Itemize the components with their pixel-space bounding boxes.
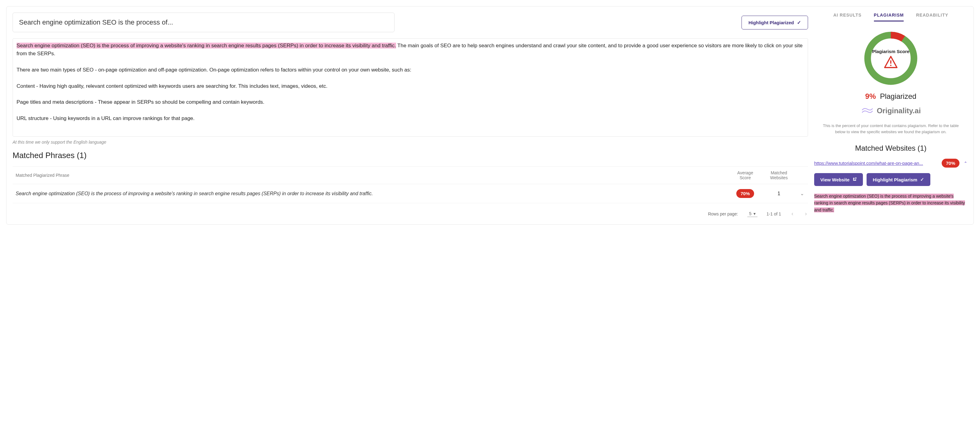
pager-range: 1-1 of 1 xyxy=(767,211,781,216)
brand-icon xyxy=(861,106,873,115)
site-actions: View Website Highlight Plagiarism ✓ xyxy=(814,173,967,186)
highlight-plagiarism-button[interactable]: Highlight Plagiarism ✓ xyxy=(867,173,930,186)
matched-excerpt-text: Search engine optimization (SEO) is the … xyxy=(814,193,965,213)
score-word: Plagiarized xyxy=(880,92,916,101)
helper-text: This is the percent of your content that… xyxy=(814,123,967,135)
tab-readability[interactable]: READABILITY xyxy=(916,13,948,21)
highlight-plagiarized-button[interactable]: Highlight Plagiarized ✓ xyxy=(741,16,808,29)
matched-website-row: https://www.tutorialspoint.com/what-are-… xyxy=(814,159,967,168)
left-panel: Highlight Plagiarized ✓ Search engine op… xyxy=(13,13,808,218)
check-icon: ✓ xyxy=(797,20,801,26)
expand-cell[interactable]: ⌄ xyxy=(796,184,808,203)
matched-websites-title: Matched Websites (1) xyxy=(814,144,967,153)
pager-prev-button[interactable]: ‹ xyxy=(790,209,795,218)
score-cell: 70% xyxy=(728,184,762,203)
col-matched-websites: Matched Websites xyxy=(762,167,796,184)
col-expand xyxy=(796,167,808,184)
content-p2: There are two main types of SEO - on-pag… xyxy=(17,66,804,74)
matched-excerpt: Search engine optimization (SEO) is the … xyxy=(814,193,967,213)
view-website-button[interactable]: View Website xyxy=(814,173,863,186)
brand: Originality.ai xyxy=(861,106,921,115)
score-percent: 9% xyxy=(865,92,876,101)
tabs: AI RESULTS PLAGIARISM READABILITY xyxy=(814,13,967,21)
chevron-up-icon[interactable]: ⌃ xyxy=(964,161,967,166)
highlight-plagiarized-label: Highlight Plagiarized xyxy=(749,20,794,25)
plagiarism-donut: Plagiarism Score xyxy=(863,31,918,86)
external-link-icon xyxy=(853,177,857,182)
brand-name: Originality.ai xyxy=(877,107,921,115)
warning-icon xyxy=(884,56,897,68)
rows-per-page-value: 5 xyxy=(749,211,752,216)
tab-ai-results[interactable]: AI RESULTS xyxy=(833,13,861,21)
score-badge: 70% xyxy=(736,189,754,198)
content-p4: Page titles and meta descriptions - Thes… xyxy=(17,98,804,106)
language-note: At this time we only support the English… xyxy=(13,140,808,145)
rows-per-page-select[interactable]: 5 ▾ xyxy=(747,211,757,217)
right-panel: AI RESULTS PLAGIARISM READABILITY Plagia… xyxy=(814,13,967,218)
matched-website-link[interactable]: https://www.tutorialspoint.com/what-are-… xyxy=(814,160,937,166)
matched-phrases-title: Matched Phrases (1) xyxy=(13,151,808,160)
caret-down-icon: ▾ xyxy=(754,211,756,216)
donut-label: Plagiarism Score xyxy=(872,49,910,54)
table-row[interactable]: Search engine optimization (SEO) is the … xyxy=(13,184,808,203)
content-p5: URL structure - Using keywords in a URL … xyxy=(17,115,804,123)
chevron-down-icon: ⌄ xyxy=(800,191,804,196)
sites-cell: 1 xyxy=(762,184,796,203)
topbar: Highlight Plagiarized ✓ xyxy=(13,13,808,32)
highlighted-sentence: Search engine optimization (SEO) is the … xyxy=(17,43,396,48)
score-line: 9% Plagiarized xyxy=(814,92,967,101)
content-box: Search engine optimization (SEO) is the … xyxy=(13,38,808,137)
phrase-cell: Search engine optimization (SEO) is the … xyxy=(13,184,728,203)
view-website-label: View Website xyxy=(820,177,850,182)
content-p3: Content - Having high quality, relevant … xyxy=(17,82,804,90)
title-input[interactable] xyxy=(13,13,395,32)
highlight-plagiarism-label: Highlight Plagiarism xyxy=(873,177,917,182)
app-container: Highlight Plagiarized ✓ Search engine op… xyxy=(6,6,974,225)
pager: Rows per page: 5 ▾ 1-1 of 1 ‹ › xyxy=(13,209,808,218)
matched-website-score: 70% xyxy=(942,159,959,168)
tab-plagiarism[interactable]: PLAGIARISM xyxy=(874,13,904,21)
check-icon: ✓ xyxy=(920,177,924,182)
col-phrase: Matched Plagiarized Phrase xyxy=(13,167,728,184)
pager-next-button[interactable]: › xyxy=(804,209,808,218)
matched-phrases-table: Matched Plagiarized Phrase Average Score… xyxy=(13,166,808,203)
svg-point-3 xyxy=(890,64,891,66)
col-avg-score: Average Score xyxy=(728,167,762,184)
rows-per-page-label: Rows per page: xyxy=(708,211,738,216)
